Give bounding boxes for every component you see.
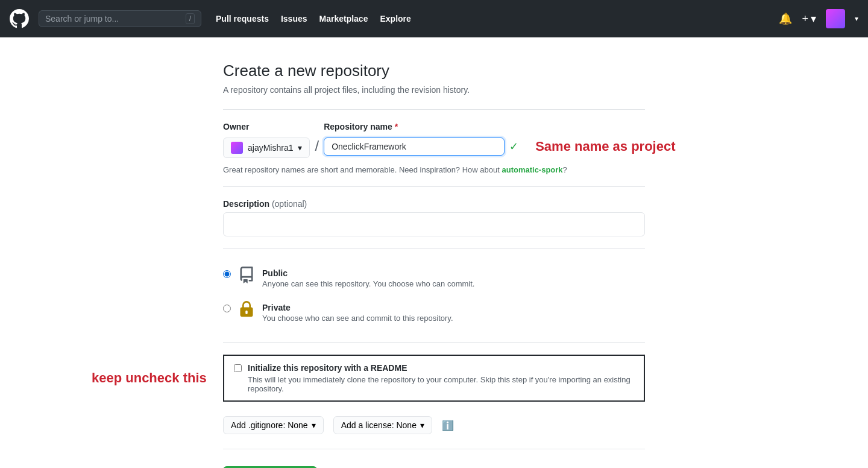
search-kbd: / — [186, 13, 195, 24]
public-radio[interactable] — [223, 270, 231, 278]
owner-dropdown-icon: ▾ — [298, 143, 302, 153]
private-option: Private You choose who can see and commi… — [223, 296, 645, 330]
readme-box: keep uncheck this Initialize this reposi… — [223, 355, 645, 402]
owner-select-button[interactable]: ajayMishra1 ▾ — [223, 138, 310, 158]
github-logo[interactable] — [10, 9, 29, 28]
repo-name-check-icon: ✓ — [509, 140, 518, 153]
public-desc: Anyone can see this repository. You choo… — [262, 279, 474, 288]
public-option: Public Anyone can see this repository. Y… — [223, 261, 645, 296]
after-gitignore-divider — [223, 449, 645, 449]
readme-section: keep uncheck this Initialize this reposi… — [223, 355, 645, 402]
nav-right: 🔔 + ▾ ▾ — [779, 9, 858, 28]
license-dropdown-button[interactable]: Add a license: None ▾ — [333, 416, 432, 434]
nav-explore[interactable]: Explore — [380, 14, 410, 24]
owner-avatar — [231, 142, 243, 154]
after-visibility-divider — [223, 342, 645, 343]
nav-links: Pull requests Issues Marketplace Explore — [216, 14, 411, 24]
search-input[interactable] — [45, 14, 181, 24]
repo-name-column: Repository name * ✓ Same name as project — [324, 122, 675, 156]
notification-button[interactable]: 🔔 — [779, 12, 792, 25]
public-book-icon — [238, 266, 255, 288]
gitignore-label: Add .gitignore: None — [231, 420, 308, 430]
description-label: Description (optional) — [223, 199, 645, 209]
page-title: Create a new repository — [223, 62, 645, 80]
search-bar[interactable]: / — [39, 10, 201, 27]
owner-column: Owner ajayMishra1 ▾ — [223, 122, 310, 158]
owner-repo-row: Owner ajayMishra1 ▾ / Repository name * … — [223, 122, 645, 158]
repo-name-input[interactable] — [324, 138, 505, 156]
repo-name-suggestion-link[interactable]: automatic-spork — [502, 165, 562, 174]
public-title: Public — [262, 268, 474, 278]
gitignore-dropdown-button[interactable]: Add .gitignore: None ▾ — [223, 416, 324, 434]
owner-name: ajayMishra1 — [248, 143, 293, 153]
main-content: Create a new repository A repository con… — [211, 37, 657, 468]
repo-name-label: Repository name * — [324, 122, 675, 131]
readme-checkbox-row: Initialize this repository with a README… — [234, 363, 634, 393]
nav-issues[interactable]: Issues — [281, 14, 307, 24]
private-desc: You choose who can see and commit to thi… — [262, 314, 453, 323]
header-divider — [223, 109, 645, 110]
slash-separator: / — [315, 122, 319, 153]
readme-desc: This will let you immediately clone the … — [248, 375, 634, 393]
repo-name-hint: Great repository names are short and mem… — [223, 165, 645, 174]
repo-name-row: ✓ Same name as project — [324, 138, 675, 156]
readme-text: Initialize this repository with a README… — [248, 363, 634, 393]
after-description-divider — [223, 248, 645, 249]
info-icon[interactable]: ℹ️ — [442, 420, 454, 431]
readme-checkbox[interactable] — [234, 364, 242, 372]
public-text: Public Anyone can see this repository. Y… — [262, 268, 474, 288]
page-subtitle: A repository contains all project files,… — [223, 85, 645, 95]
plus-icon: + — [802, 13, 808, 25]
description-section: Description (optional) — [223, 199, 645, 236]
avatar[interactable] — [826, 9, 845, 28]
license-dropdown-icon: ▾ — [420, 420, 424, 430]
private-text: Private You choose who can see and commi… — [262, 303, 453, 323]
owner-label: Owner — [223, 122, 310, 131]
gitignore-license-row: Add .gitignore: None ▾ Add a license: No… — [223, 416, 645, 434]
private-title: Private — [262, 303, 453, 312]
nav-marketplace[interactable]: Marketplace — [319, 14, 368, 24]
description-optional: (optional) — [272, 199, 307, 209]
license-label: Add a license: None — [341, 420, 417, 430]
visibility-section: Public Anyone can see this repository. Y… — [223, 261, 645, 330]
after-owner-divider — [223, 186, 645, 187]
required-star: * — [395, 122, 398, 131]
same-name-hint: Same name as project — [535, 139, 675, 154]
readme-title: Initialize this repository with a README — [248, 363, 634, 373]
private-lock-icon — [238, 300, 255, 323]
navbar: / Pull requests Issues Marketplace Explo… — [0, 0, 868, 37]
add-dropdown-icon: ▾ — [811, 12, 816, 25]
description-input[interactable] — [223, 212, 645, 236]
add-button[interactable]: + ▾ — [802, 12, 816, 25]
keep-uncheck-label: keep uncheck this — [92, 370, 207, 386]
avatar-dropdown-icon[interactable]: ▾ — [855, 14, 858, 23]
gitignore-dropdown-icon: ▾ — [312, 420, 316, 430]
private-radio[interactable] — [223, 305, 231, 312]
nav-pull-requests[interactable]: Pull requests — [216, 14, 269, 24]
